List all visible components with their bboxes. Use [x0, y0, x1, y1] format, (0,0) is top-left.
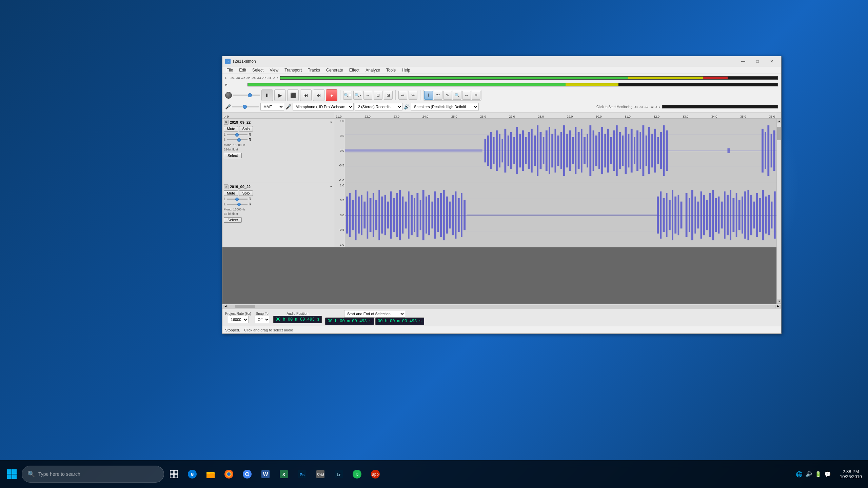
lightroom-button[interactable]: Lr: [330, 466, 347, 483]
search-bar[interactable]: 🔍 Type here to search: [22, 466, 164, 483]
undo-button[interactable]: ↩: [398, 91, 407, 100]
h-scroll-track[interactable]: [228, 305, 776, 308]
click-to-monitor[interactable]: Click to Start Monitoring: [596, 105, 632, 109]
selection-start-display: 00 h 00 m 00.493 s: [325, 318, 374, 325]
output-volume-knob[interactable]: [225, 92, 232, 99]
selection-dropdown[interactable]: Start and End of Selection: [344, 310, 405, 318]
channel-select[interactable]: 2 (Stereo) Recordin: [355, 103, 402, 110]
start-button[interactable]: [3, 466, 20, 483]
sound-icon[interactable]: 🔊: [805, 471, 812, 477]
svg-rect-153: [762, 190, 764, 240]
track-2-select-button[interactable]: Select: [224, 217, 242, 223]
zoom-fit-button[interactable]: ↔: [363, 91, 372, 100]
svg-rect-9: [499, 134, 500, 167]
fastforward-button[interactable]: ⏭: [313, 89, 324, 101]
track-1-close[interactable]: ✕: [224, 120, 229, 125]
menu-tracks[interactable]: Tracks: [305, 67, 323, 73]
menu-tools[interactable]: Tools: [383, 67, 398, 73]
track-1-pan-slider[interactable]: [227, 139, 248, 140]
project-rate-select[interactable]: 16000: [228, 316, 249, 323]
snap-to-select[interactable]: Off: [255, 316, 270, 323]
select-tool-button[interactable]: I: [424, 91, 433, 100]
scroll-up-button[interactable]: ▲: [777, 119, 781, 123]
track-1-gain-slider[interactable]: [227, 134, 248, 135]
menu-help[interactable]: Help: [399, 67, 413, 73]
scroll-left-button[interactable]: ◀: [223, 305, 228, 308]
close-button[interactable]: ✕: [765, 58, 778, 65]
track-1-select-button[interactable]: Select: [224, 153, 242, 158]
stop-button[interactable]: ⬛: [287, 89, 299, 101]
multi-tool-button[interactable]: ✳: [472, 91, 480, 100]
input-volume-slider[interactable]: [232, 106, 259, 107]
svg-rect-58: [643, 125, 645, 176]
scroll-right-button[interactable]: ▶: [776, 305, 781, 308]
photoshop-icon: Ps: [297, 469, 307, 479]
api-select[interactable]: MME: [260, 103, 284, 110]
speaker-select[interactable]: Speakers (Realtek High Definiti: [411, 103, 479, 110]
unknown-app-2[interactable]: app: [367, 466, 384, 483]
rewind-button[interactable]: ⏮: [300, 89, 312, 101]
minimize-button[interactable]: —: [736, 58, 750, 65]
menu-analyze[interactable]: Analyze: [363, 67, 383, 73]
track-2-gain-slider[interactable]: [227, 199, 248, 200]
zoom-sel-button[interactable]: ⊡: [374, 91, 382, 100]
pause-button[interactable]: ⏸: [261, 89, 273, 101]
redo-button[interactable]: ↪: [409, 91, 417, 100]
chrome-button[interactable]: [239, 466, 256, 483]
draw-tool-button[interactable]: ✎: [443, 91, 452, 100]
track-1-mute-button[interactable]: Mute: [224, 126, 238, 131]
zoom-tool-button[interactable]: 🔍: [453, 91, 461, 100]
svg-rect-61: [651, 134, 653, 167]
track-1-solo-button[interactable]: Solo: [239, 126, 253, 131]
photoshop-button[interactable]: Ps: [294, 466, 311, 483]
svg-rect-131: [697, 202, 699, 229]
clock-date: 10/26/2019: [840, 474, 862, 479]
track-2-pan-slider[interactable]: [227, 204, 248, 205]
microphone-icon: 🎤: [285, 104, 291, 109]
unknown-app-1[interactable]: SYM: [312, 466, 329, 483]
menu-view[interactable]: View: [267, 67, 281, 73]
battery-icon[interactable]: 🔋: [815, 471, 822, 477]
notification-icon[interactable]: 💬: [824, 471, 831, 477]
svg-rect-10: [501, 139, 503, 163]
mic-select[interactable]: Microphone (HD Pro Webcam (: [293, 103, 354, 110]
scroll-thumb[interactable]: [777, 127, 781, 140]
menu-file[interactable]: File: [224, 67, 236, 73]
scroll-down-button[interactable]: ▼: [777, 299, 781, 304]
menu-edit[interactable]: Edit: [236, 67, 249, 73]
menu-select[interactable]: Select: [250, 67, 266, 73]
excel-button[interactable]: X: [275, 466, 292, 483]
maximize-button[interactable]: □: [751, 58, 764, 65]
h-scroll-thumb[interactable]: [235, 305, 255, 308]
menu-effect[interactable]: Effect: [347, 67, 362, 73]
svg-rect-43: [598, 132, 600, 169]
clock-time: 2:38 PM: [840, 469, 862, 474]
network-icon[interactable]: 🌐: [796, 471, 803, 477]
track-2-close[interactable]: ✕: [224, 184, 229, 189]
file-explorer-button[interactable]: [202, 466, 219, 483]
zoom-out-button[interactable]: 🔍-: [353, 91, 362, 100]
word-button[interactable]: W: [257, 466, 274, 483]
track-2-solo-button[interactable]: Solo: [239, 190, 253, 196]
menu-transport[interactable]: Transport: [282, 67, 304, 73]
scroll-track[interactable]: [777, 123, 781, 299]
track-1-dropdown[interactable]: ▼: [330, 121, 333, 124]
record-button[interactable]: ●: [326, 89, 337, 101]
zoom-in-button[interactable]: 🔍+: [343, 91, 352, 100]
spotify-button[interactable]: ♫: [349, 466, 366, 483]
zoom-toggle-button[interactable]: ⊠: [384, 91, 393, 100]
firefox-button[interactable]: [220, 466, 237, 483]
svg-rect-27: [551, 134, 553, 167]
track-2-dropdown[interactable]: ▼: [330, 185, 333, 188]
clock[interactable]: 2:38 PM 10/26/2019: [837, 468, 865, 481]
play-button[interactable]: ▶: [274, 89, 286, 101]
output-volume-slider[interactable]: [233, 95, 260, 96]
task-view-button[interactable]: [165, 466, 182, 483]
svg-rect-83: [367, 191, 369, 239]
track-2-mute-button[interactable]: Mute: [224, 190, 238, 196]
menu-generate[interactable]: Generate: [323, 67, 346, 73]
edge-button[interactable]: e: [184, 466, 201, 483]
timeshift-tool-button[interactable]: ↔: [462, 91, 471, 100]
envelope-tool-button[interactable]: 〜: [434, 91, 442, 100]
svg-rect-115: [461, 193, 462, 237]
